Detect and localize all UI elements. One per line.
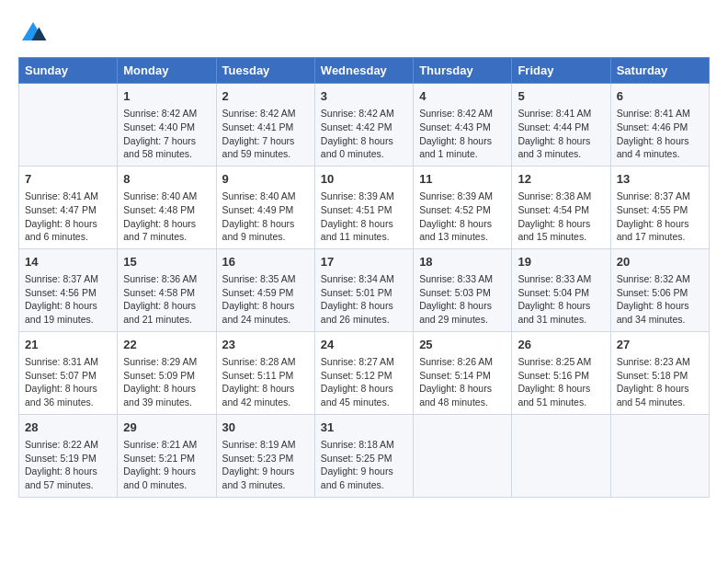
day-info: Sunrise: 8:32 AM — [617, 272, 703, 286]
day-info: and 0 minutes. — [321, 147, 407, 161]
calendar-week-row: 14Sunrise: 8:37 AMSunset: 4:56 PMDayligh… — [19, 248, 710, 331]
day-info: and 29 minutes. — [419, 313, 506, 327]
calendar-cell: 19Sunrise: 8:33 AMSunset: 5:04 PMDayligh… — [512, 248, 610, 331]
day-info: Sunset: 4:49 PM — [222, 203, 309, 217]
day-info: and 36 minutes. — [25, 396, 111, 409]
day-info: Sunset: 4:56 PM — [25, 286, 111, 300]
day-info: Sunrise: 8:40 AM — [123, 190, 210, 203]
day-info: and 15 minutes. — [518, 230, 604, 244]
calendar-cell: 24Sunrise: 8:27 AMSunset: 5:12 PMDayligh… — [314, 331, 413, 414]
day-info: Daylight: 8 hours — [222, 299, 309, 313]
day-number: 17 — [321, 254, 407, 270]
day-info: and 24 minutes. — [222, 313, 309, 327]
day-header-saturday: Saturday — [610, 58, 709, 84]
day-header-friday: Friday — [512, 58, 610, 84]
calendar-week-row: 7Sunrise: 8:41 AMSunset: 4:47 PMDaylight… — [19, 166, 710, 248]
day-header-wednesday: Wednesday — [314, 58, 413, 84]
day-info: Sunset: 5:03 PM — [419, 286, 506, 300]
day-info: Sunset: 4:58 PM — [123, 286, 210, 300]
day-number: 27 — [617, 337, 703, 353]
day-info: Sunrise: 8:36 AM — [123, 272, 210, 286]
day-header-thursday: Thursday — [414, 58, 512, 84]
calendar-cell: 31Sunrise: 8:18 AMSunset: 5:25 PMDayligh… — [314, 414, 413, 497]
day-info: Sunset: 4:51 PM — [321, 203, 407, 217]
day-info: Daylight: 8 hours — [617, 217, 703, 231]
day-info: Sunrise: 8:31 AM — [25, 355, 111, 369]
day-info: and 11 minutes. — [321, 230, 407, 244]
day-number: 8 — [123, 171, 210, 188]
calendar-cell — [19, 84, 118, 167]
calendar-week-row: 21Sunrise: 8:31 AMSunset: 5:07 PMDayligh… — [19, 331, 710, 414]
day-info: Sunset: 5:25 PM — [321, 452, 407, 465]
day-info: and 3 minutes. — [518, 147, 604, 161]
day-number: 24 — [321, 337, 407, 353]
calendar-cell: 4Sunrise: 8:42 AMSunset: 4:43 PMDaylight… — [414, 84, 512, 167]
day-header-monday: Monday — [118, 58, 216, 84]
day-number: 25 — [419, 337, 506, 353]
day-number: 29 — [123, 419, 210, 436]
day-header-sunday: Sunday — [19, 58, 118, 84]
day-info: and 3 minutes. — [222, 478, 309, 492]
day-info: Sunrise: 8:21 AM — [123, 438, 210, 452]
day-info: Daylight: 8 hours — [222, 217, 309, 231]
day-info: Sunrise: 8:35 AM — [222, 272, 309, 286]
day-info: and 19 minutes. — [25, 313, 111, 327]
day-info: Sunset: 4:41 PM — [222, 121, 309, 134]
logo-icon — [18, 18, 48, 48]
calendar-week-row: 1Sunrise: 8:42 AMSunset: 4:40 PMDaylight… — [19, 84, 710, 167]
logo — [18, 18, 51, 48]
day-info: Sunrise: 8:33 AM — [419, 272, 506, 286]
day-info: and 21 minutes. — [123, 313, 210, 327]
day-info: Sunrise: 8:37 AM — [25, 272, 111, 286]
day-info: Sunrise: 8:28 AM — [222, 355, 309, 369]
day-info: Sunset: 5:11 PM — [222, 369, 309, 383]
day-number: 16 — [222, 254, 309, 270]
day-info: Sunset: 5:06 PM — [617, 286, 703, 300]
day-info: Daylight: 9 hours — [321, 465, 407, 478]
calendar-cell: 29Sunrise: 8:21 AMSunset: 5:21 PMDayligh… — [118, 414, 216, 497]
day-info: Daylight: 8 hours — [617, 382, 703, 396]
day-info: and 6 minutes. — [321, 478, 407, 492]
calendar-cell: 16Sunrise: 8:35 AMSunset: 4:59 PMDayligh… — [216, 248, 314, 331]
day-info: Sunset: 4:46 PM — [617, 121, 703, 134]
day-info: Sunset: 5:18 PM — [617, 369, 703, 383]
day-info: and 31 minutes. — [518, 313, 604, 327]
day-info: Sunrise: 8:26 AM — [419, 355, 506, 369]
day-info: Sunrise: 8:22 AM — [25, 438, 111, 452]
day-info: and 0 minutes. — [123, 478, 210, 492]
day-info: and 1 minute. — [419, 147, 506, 161]
day-info: Sunrise: 8:42 AM — [222, 107, 309, 121]
day-info: Daylight: 8 hours — [25, 465, 111, 478]
day-info: Sunrise: 8:18 AM — [321, 438, 407, 452]
calendar-cell: 25Sunrise: 8:26 AMSunset: 5:14 PMDayligh… — [414, 331, 512, 414]
day-info: Sunrise: 8:39 AM — [419, 190, 506, 203]
day-info: Sunset: 4:42 PM — [321, 121, 407, 134]
day-info: Sunrise: 8:38 AM — [518, 190, 604, 203]
day-info: and 51 minutes. — [518, 396, 604, 409]
day-info: Sunrise: 8:42 AM — [321, 107, 407, 121]
day-info: Daylight: 8 hours — [321, 217, 407, 231]
day-info: Sunrise: 8:42 AM — [419, 107, 506, 121]
day-number: 23 — [222, 337, 309, 353]
day-number: 7 — [25, 171, 111, 188]
day-info: and 58 minutes. — [123, 147, 210, 161]
day-info: Daylight: 8 hours — [617, 134, 703, 148]
day-info: Daylight: 8 hours — [419, 382, 506, 396]
calendar-cell: 17Sunrise: 8:34 AMSunset: 5:01 PMDayligh… — [314, 248, 413, 331]
day-info: Sunset: 4:47 PM — [25, 203, 111, 217]
day-info: and 7 minutes. — [123, 230, 210, 244]
day-number: 4 — [419, 88, 506, 105]
day-info: and 57 minutes. — [25, 478, 111, 492]
day-number: 26 — [518, 337, 604, 353]
day-info: Sunset: 5:01 PM — [321, 286, 407, 300]
calendar-cell — [512, 414, 610, 497]
day-info: Sunset: 5:12 PM — [321, 369, 407, 383]
calendar-cell: 27Sunrise: 8:23 AMSunset: 5:18 PMDayligh… — [610, 331, 709, 414]
calendar-cell: 10Sunrise: 8:39 AMSunset: 4:51 PMDayligh… — [314, 166, 413, 248]
day-info: Daylight: 8 hours — [25, 299, 111, 313]
calendar-cell: 18Sunrise: 8:33 AMSunset: 5:03 PMDayligh… — [414, 248, 512, 331]
calendar-cell: 8Sunrise: 8:40 AMSunset: 4:48 PMDaylight… — [118, 166, 216, 248]
day-info: and 45 minutes. — [321, 396, 407, 409]
day-info: Daylight: 8 hours — [25, 217, 111, 231]
calendar-table: SundayMondayTuesdayWednesdayThursdayFrid… — [18, 57, 710, 498]
